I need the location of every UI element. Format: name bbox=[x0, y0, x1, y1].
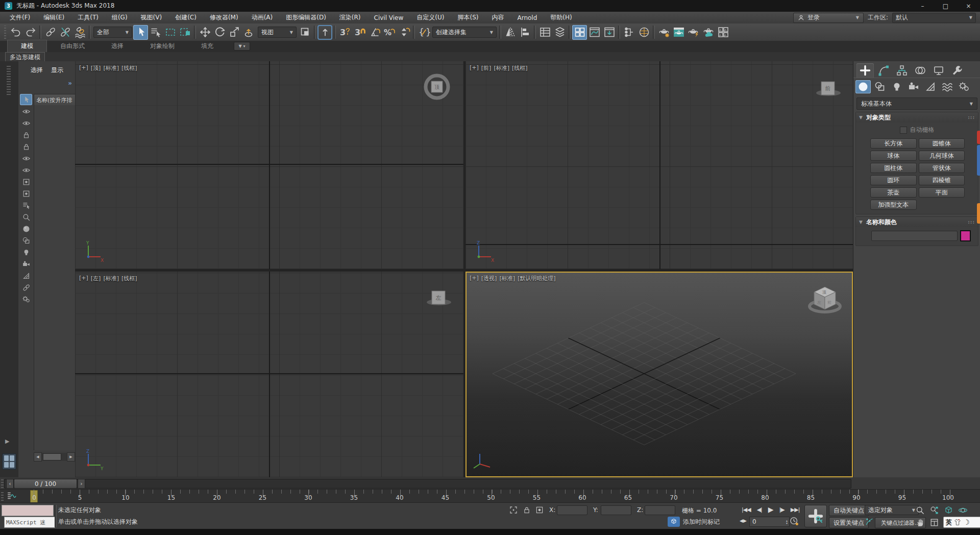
keyboard-shortcut-override-icon[interactable] bbox=[337, 25, 352, 40]
create-object-button[interactable]: 圆环 bbox=[870, 175, 917, 185]
viewport-menu-item[interactable]: [+] bbox=[470, 64, 479, 72]
create-object-button[interactable]: 加强型文本 bbox=[870, 200, 917, 210]
ribbon-tab-modeling[interactable]: 建模 bbox=[7, 40, 47, 52]
next-frame-arrow[interactable]: › bbox=[78, 479, 85, 489]
spinner-snap-toggle-icon[interactable] bbox=[397, 25, 411, 40]
set-key-button[interactable]: 设置关键点 bbox=[829, 517, 869, 528]
key-filters-icon[interactable] bbox=[865, 517, 874, 526]
dock-grip[interactable] bbox=[7, 64, 11, 95]
cameras-category-icon[interactable] bbox=[906, 80, 921, 93]
scroll-right-icon[interactable]: ▶ bbox=[67, 452, 75, 461]
scene-explorer-list[interactable] bbox=[34, 105, 76, 450]
render-production-icon[interactable] bbox=[686, 25, 701, 40]
create-object-button[interactable]: 茶壶 bbox=[870, 187, 917, 198]
menu-item[interactable]: 内容 bbox=[485, 12, 510, 23]
create-object-button[interactable]: 长方体 bbox=[870, 138, 917, 149]
material-editor-icon[interactable] bbox=[636, 25, 651, 40]
toolbar-grip[interactable] bbox=[4, 26, 6, 39]
menu-item[interactable]: 工具(T) bbox=[71, 12, 105, 23]
viewcube-front[interactable]: 前 bbox=[814, 76, 843, 104]
menu-item[interactable]: 文件(F) bbox=[3, 12, 37, 23]
time-slider-handle[interactable]: 0 / 100 bbox=[14, 479, 77, 489]
edit-named-selection-sets-icon[interactable] bbox=[416, 25, 431, 40]
se-filter-shapes-icon[interactable] bbox=[20, 235, 32, 246]
ime-language-indicator[interactable]: 英 bbox=[946, 518, 952, 527]
zoom-all-icon[interactable] bbox=[928, 504, 940, 516]
se-find-icon[interactable] bbox=[20, 211, 32, 223]
row-grip[interactable] bbox=[1, 492, 4, 501]
viewport-menu-item[interactable]: [+] bbox=[470, 275, 479, 282]
create-object-button[interactable]: 几何球体 bbox=[919, 151, 965, 161]
curve-editor-icon[interactable] bbox=[587, 25, 602, 40]
object-category-dropdown[interactable]: 标准基本体 ▼ bbox=[856, 98, 977, 110]
row-grip[interactable] bbox=[1, 479, 4, 488]
slate-material-editor-icon[interactable] bbox=[622, 25, 636, 40]
object-color-swatch[interactable] bbox=[960, 230, 971, 241]
scene-explorer-menu-display[interactable]: 显示 bbox=[48, 65, 66, 76]
ime-shirt-icon[interactable] bbox=[953, 518, 962, 526]
previous-frame-arrow[interactable]: ‹ bbox=[6, 479, 14, 489]
se-display-none-icon[interactable] bbox=[20, 106, 32, 117]
orbit-icon[interactable] bbox=[957, 504, 969, 516]
viewport-menu-item[interactable]: [左] bbox=[91, 275, 101, 282]
go-to-end-button[interactable]: ▶▶| bbox=[788, 505, 802, 514]
maximize-viewport-toggle-icon[interactable] bbox=[928, 517, 940, 528]
viewport-menu-item[interactable]: [默认明暗处理] bbox=[518, 275, 556, 282]
se-filter-cameras-icon[interactable] bbox=[20, 258, 32, 270]
viewcube-top[interactable]: 顶 bbox=[422, 72, 452, 103]
ribbon-tab-selection[interactable]: 选择 bbox=[98, 40, 137, 52]
use-pivot-point-center-icon[interactable] bbox=[298, 25, 312, 40]
create-object-button[interactable]: 圆锥体 bbox=[919, 138, 965, 149]
key-mode-toggle[interactable]: ◀▶ bbox=[738, 517, 748, 524]
minimize-button[interactable]: – bbox=[911, 0, 934, 12]
set-keys-button[interactable] bbox=[804, 505, 827, 527]
object-type-rollout-header[interactable]: ▼ 对象类型 ::: bbox=[856, 112, 978, 123]
viewport-menu-item[interactable]: [透视] bbox=[481, 275, 497, 282]
se-filter-lights-icon[interactable] bbox=[20, 247, 32, 258]
snaps-toggle-icon[interactable] bbox=[352, 25, 367, 40]
ribbon-tab-populate[interactable]: 填充 bbox=[188, 40, 227, 52]
close-button[interactable]: × bbox=[957, 0, 980, 12]
pan-icon[interactable] bbox=[914, 517, 926, 528]
create-object-button[interactable]: 球体 bbox=[870, 151, 917, 161]
undo-icon[interactable] bbox=[8, 25, 23, 40]
current-frame-field[interactable]: 0 ▴ ▾ bbox=[749, 517, 790, 527]
next-frame-button[interactable]: |▶ bbox=[777, 505, 787, 514]
rendered-frame-window-icon[interactable] bbox=[671, 25, 686, 40]
ime-moon-icon[interactable]: ☽ bbox=[963, 518, 970, 526]
select-and-manipulate-icon[interactable] bbox=[317, 25, 332, 40]
time-configuration-icon[interactable] bbox=[789, 516, 799, 526]
named-selection-sets-dropdown[interactable]: 创建选择集▼ bbox=[432, 27, 497, 38]
display-tab[interactable] bbox=[930, 63, 947, 78]
selection-filter-dropdown[interactable]: 全部▼ bbox=[93, 27, 132, 38]
mini-curve-editor-icon[interactable] bbox=[6, 491, 21, 502]
menu-item[interactable]: Arnold bbox=[510, 13, 544, 23]
redo-icon[interactable] bbox=[23, 25, 38, 40]
scroll-left-icon[interactable]: ◀ bbox=[34, 452, 42, 461]
toggle-scene-explorer-icon[interactable] bbox=[537, 25, 552, 40]
previous-frame-button[interactable]: ◀| bbox=[754, 505, 765, 514]
create-object-button[interactable]: 平面 bbox=[919, 187, 965, 198]
angle-snap-toggle-icon[interactable] bbox=[367, 25, 382, 40]
viewport-menu-item[interactable]: [标准] bbox=[103, 275, 119, 282]
name-color-rollout-header[interactable]: ▼ 名称和颜色 ::: bbox=[856, 217, 978, 227]
se-pick-icon[interactable] bbox=[20, 200, 32, 211]
scene-explorer-column-header[interactable]: 名称(按升序排 bbox=[34, 94, 78, 106]
viewport-front[interactable]: [+][前][标准][线框] 前 Z X bbox=[465, 61, 853, 269]
zoom-icon[interactable] bbox=[914, 504, 926, 516]
shapes-category-icon[interactable] bbox=[872, 80, 888, 93]
menu-item[interactable]: 帮助(H) bbox=[544, 12, 578, 23]
select-object-icon[interactable] bbox=[133, 25, 148, 40]
maximize-button[interactable]: □ bbox=[934, 0, 957, 12]
selection-lock-icon[interactable] bbox=[522, 505, 532, 516]
hierarchy-tab[interactable] bbox=[893, 63, 911, 78]
scene-explorer-scrollbar[interactable]: ◀ ▶ bbox=[34, 453, 75, 461]
create-object-button[interactable]: 四棱锥 bbox=[919, 175, 965, 185]
play-button[interactable]: ▶ bbox=[766, 504, 776, 515]
menu-item[interactable]: Civil View bbox=[368, 13, 410, 23]
asset-library-icon[interactable] bbox=[716, 25, 730, 40]
key-scope-dropdown[interactable]: 选定对象 ▼ bbox=[865, 505, 919, 515]
unlink-selection-icon[interactable] bbox=[58, 25, 72, 40]
utilities-tab[interactable] bbox=[948, 63, 966, 78]
viewport-perspective[interactable]: [+][透视][标准][默认明暗处理] 顶 前 左 bbox=[465, 272, 853, 477]
